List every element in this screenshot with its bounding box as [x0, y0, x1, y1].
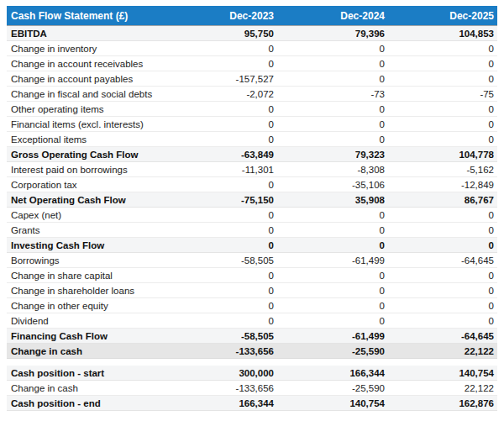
value-dec-2024: 0	[277, 238, 388, 253]
row-change-in-other-equity: Change in other equity 0 0 0	[7, 298, 497, 313]
value-dec-2024: -61,499	[277, 329, 388, 344]
value-dec-2025: 0	[388, 117, 497, 132]
value-dec-2024: -73	[277, 87, 388, 102]
value-dec-2025: 22,122	[388, 344, 497, 359]
value-dec-2023: 0	[160, 268, 277, 283]
value-dec-2025: -12,849	[388, 177, 497, 192]
value-dec-2023: 0	[160, 223, 277, 238]
value-dec-2024: 0	[277, 41, 388, 56]
value-dec-2025: 0	[388, 313, 497, 329]
row-change-in-fiscal-and-social-debts: Change in fiscal and social debts -2,072…	[7, 87, 497, 102]
row-label: EBITDA	[7, 26, 160, 41]
row-label: Change in cash	[7, 344, 160, 359]
value-dec-2025: 162,876	[388, 396, 497, 411]
value-dec-2024: 35,908	[277, 192, 388, 208]
cash-flow-table: Cash Flow Statement (£) Dec-2023 Dec-202…	[7, 6, 497, 411]
value-dec-2024: -25,590	[277, 344, 388, 359]
row-capex-net: Capex (net) 0 0 0	[7, 208, 497, 223]
table-body: EBITDA 95,750 79,396 104,853 Change in i…	[7, 26, 497, 411]
value-dec-2023: 0	[160, 313, 277, 329]
column-header-dec-2024: Dec-2024	[277, 6, 388, 26]
row-gross-operating-cash-flow: Gross Operating Cash Flow -63,849 79,323…	[7, 147, 497, 162]
row-label: Change in other equity	[7, 298, 160, 313]
value-dec-2025: 0	[388, 223, 497, 238]
row-change-in-cash: Change in cash -133,656 -25,590 22,122	[7, 381, 497, 396]
value-dec-2024: -35,106	[277, 177, 388, 192]
row-label: Change in account receivables	[7, 56, 160, 71]
row-label: Change in share capital	[7, 268, 160, 283]
value-dec-2023: -63,849	[160, 147, 277, 162]
value-dec-2024: 0	[277, 283, 388, 298]
column-header-dec-2023: Dec-2023	[160, 6, 277, 26]
value-dec-2024: -8,308	[277, 162, 388, 177]
value-dec-2025: 104,778	[388, 147, 497, 162]
row-label: Change in inventory	[7, 41, 160, 56]
value-dec-2024: 0	[277, 208, 388, 223]
row-label: Change in account payables	[7, 71, 160, 87]
row-label: Change in fiscal and social debts	[7, 87, 160, 102]
row-label: Change in shareholder loans	[7, 283, 160, 298]
value-dec-2024: 0	[277, 132, 388, 147]
value-dec-2024: 166,344	[277, 366, 388, 381]
value-dec-2023: -75,150	[160, 192, 277, 208]
value-dec-2024: -61,499	[277, 253, 388, 268]
value-dec-2025: 0	[388, 56, 497, 71]
value-dec-2025: 0	[388, 71, 497, 87]
value-dec-2025: 0	[388, 102, 497, 117]
row-corporation-tax: Corporation tax 0 -35,106 -12,849	[7, 177, 497, 192]
spacer	[7, 359, 497, 366]
value-dec-2023: 0	[160, 56, 277, 71]
value-dec-2023: 0	[160, 117, 277, 132]
row-label: Interest paid on borrowings	[7, 162, 160, 177]
value-dec-2023: -133,656	[160, 381, 277, 396]
row-financing-cash-flow: Financing Cash Flow -58,505 -61,499 -64,…	[7, 329, 497, 344]
value-dec-2025: 0	[388, 268, 497, 283]
value-dec-2023: -58,505	[160, 329, 277, 344]
row-label: Financial items (excl. interests)	[7, 117, 160, 132]
value-dec-2023: 166,344	[160, 396, 277, 411]
value-dec-2023: -58,505	[160, 253, 277, 268]
value-dec-2023: 0	[160, 132, 277, 147]
value-dec-2025: -75	[388, 87, 497, 102]
value-dec-2023: 0	[160, 177, 277, 192]
row-change-in-shareholder-loans: Change in shareholder loans 0 0 0	[7, 283, 497, 298]
row-label: Net Operating Cash Flow	[7, 192, 160, 208]
row-label: Grants	[7, 223, 160, 238]
value-dec-2023: 0	[160, 238, 277, 253]
row-label: Corporation tax	[7, 177, 160, 192]
value-dec-2024: 0	[277, 71, 388, 87]
row-change-in-share-capital: Change in share capital 0 0 0	[7, 268, 497, 283]
row-dividend: Dividend 0 0 0	[7, 313, 497, 329]
row-investing-cash-flow: Investing Cash Flow 0 0 0	[7, 238, 497, 253]
row-label: Borrowings	[7, 253, 160, 268]
row-label: Cash position - start	[7, 366, 160, 381]
value-dec-2025: -64,645	[388, 329, 497, 344]
row-financial-items-excl-interests: Financial items (excl. interests) 0 0 0	[7, 117, 497, 132]
row-net-operating-cash-flow: Net Operating Cash Flow -75,150 35,908 8…	[7, 192, 497, 208]
row-label: Capex (net)	[7, 208, 160, 223]
row-exceptional-items: Exceptional items 0 0 0	[7, 132, 497, 147]
value-dec-2024: 79,396	[277, 26, 388, 41]
table-title: Cash Flow Statement (£)	[7, 6, 160, 26]
row-label: Financing Cash Flow	[7, 329, 160, 344]
value-dec-2023: 0	[160, 102, 277, 117]
value-dec-2024: 0	[277, 102, 388, 117]
value-dec-2023: 300,000	[160, 366, 277, 381]
row-grants: Grants 0 0 0	[7, 223, 497, 238]
value-dec-2024: 0	[277, 298, 388, 313]
value-dec-2025: -5,162	[388, 162, 497, 177]
value-dec-2025: 0	[388, 41, 497, 56]
row-label: Change in cash	[7, 381, 160, 396]
value-dec-2025: 86,767	[388, 192, 497, 208]
row-interest-paid-on-borrowings: Interest paid on borrowings -11,301 -8,3…	[7, 162, 497, 177]
value-dec-2025: 0	[388, 283, 497, 298]
value-dec-2023: -157,527	[160, 71, 277, 87]
row-change-in-account-receivables: Change in account receivables 0 0 0	[7, 56, 497, 71]
row-change-in-inventory: Change in inventory 0 0 0	[7, 41, 497, 56]
value-dec-2023: 95,750	[160, 26, 277, 41]
value-dec-2024: 0	[277, 223, 388, 238]
value-dec-2024: 0	[277, 56, 388, 71]
row-ebitda: EBITDA 95,750 79,396 104,853	[7, 26, 497, 41]
value-dec-2023: 0	[160, 283, 277, 298]
cash-flow-statement-table: Cash Flow Statement (£) Dec-2023 Dec-202…	[7, 6, 497, 411]
